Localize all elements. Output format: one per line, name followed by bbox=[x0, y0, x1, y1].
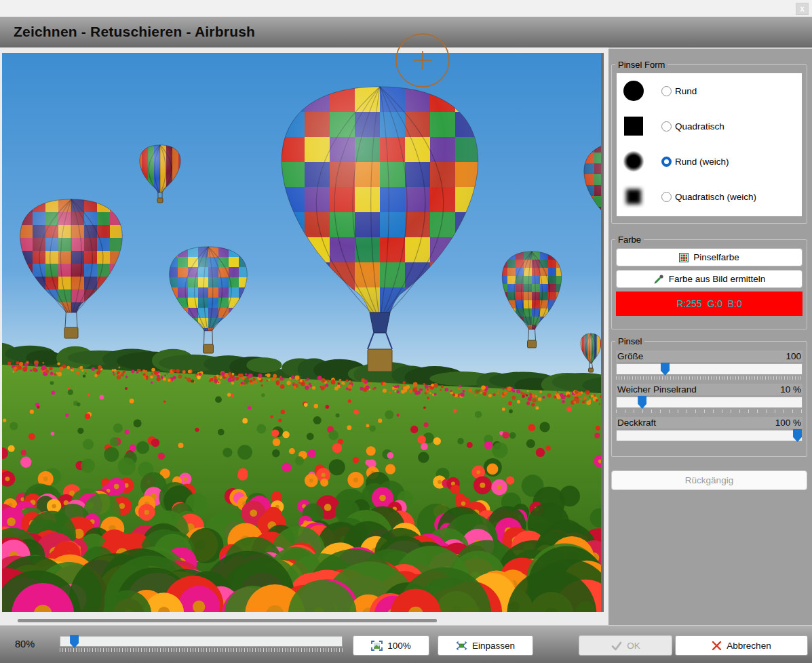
zoom-percentage: 80% bbox=[15, 635, 35, 654]
check-icon bbox=[611, 641, 622, 651]
airbrush-dialog: x Zeichnen - Retuschieren - Airbrush Pin… bbox=[0, 0, 812, 663]
softness-slider-ticks bbox=[616, 409, 803, 413]
zoom-100-button[interactable]: 100% bbox=[353, 635, 429, 656]
option-square[interactable]: Quadratisch bbox=[617, 108, 802, 144]
soft-square-icon bbox=[622, 185, 645, 208]
title-bar: Zeichnen - Retuschieren - Airbrush bbox=[0, 17, 812, 47]
option-label: Rund (weich) bbox=[675, 157, 729, 167]
size-slider-thumb[interactable] bbox=[661, 363, 670, 376]
hard-circle-icon bbox=[622, 79, 645, 102]
option-label: Rund bbox=[675, 86, 697, 96]
softness-slider-group: Weicher Pinselrand 10 % bbox=[616, 384, 803, 413]
radio-round-soft[interactable] bbox=[661, 157, 672, 167]
softness-slider-thumb[interactable] bbox=[638, 396, 646, 409]
zoom-100-icon bbox=[371, 641, 383, 651]
zoom-slider-ticks bbox=[60, 648, 343, 652]
settings-panel: Pinsel Form Rund Quadratisch Rund (weich… bbox=[608, 47, 812, 625]
cancel-x-icon bbox=[712, 641, 722, 651]
brush-shape-group: Pinsel Form Rund Quadratisch Rund (weich… bbox=[611, 60, 807, 224]
hard-square-icon bbox=[622, 115, 645, 138]
cancel-label: Abbrechen bbox=[727, 641, 771, 651]
radio-square[interactable] bbox=[661, 121, 672, 132]
horizontal-scrollbar[interactable] bbox=[18, 619, 437, 622]
softness-value: 10 % bbox=[780, 384, 801, 395]
cancel-button[interactable]: Abbrechen bbox=[675, 635, 808, 656]
color-swatch: R:255 G:0 B:0 bbox=[616, 292, 803, 316]
size-value: 100 bbox=[786, 351, 801, 361]
size-slider-group: Größe 100 bbox=[616, 350, 803, 380]
balloon-photo bbox=[2, 53, 601, 612]
fit-label: Einpassen bbox=[472, 641, 515, 651]
fit-button[interactable]: Einpassen bbox=[438, 635, 533, 656]
size-slider[interactable] bbox=[616, 363, 803, 375]
zoom-slider[interactable] bbox=[60, 636, 343, 647]
zoom-slider-group bbox=[60, 636, 343, 652]
option-label: Quadratisch (weich) bbox=[675, 192, 756, 202]
eyedropper-icon bbox=[653, 274, 664, 285]
palette-grid-icon bbox=[679, 253, 689, 262]
radio-round[interactable] bbox=[661, 86, 672, 96]
brush-color-button[interactable]: Pinselfarbe bbox=[616, 248, 803, 266]
option-square-soft[interactable]: Quadratisch (weich) bbox=[617, 179, 802, 214]
option-round[interactable]: Rund bbox=[617, 73, 802, 108]
brush-color-label: Pinselfarbe bbox=[693, 252, 739, 262]
opacity-value: 100 % bbox=[775, 418, 801, 428]
zoom-100-label: 100% bbox=[387, 641, 411, 651]
brush-legend: Pinsel bbox=[615, 336, 644, 346]
brush-shape-legend: Pinsel Form bbox=[615, 60, 668, 70]
ok-button[interactable]: OK bbox=[579, 635, 672, 656]
size-label: Größe bbox=[617, 351, 643, 361]
photo-canvas[interactable] bbox=[2, 53, 601, 612]
radio-square-soft[interactable] bbox=[661, 192, 672, 202]
soft-circle-icon bbox=[622, 150, 645, 173]
softness-label: Weicher Pinselrand bbox=[617, 384, 697, 395]
color-group: Farbe Pinselfarbe Farbe aus Bild ermitte… bbox=[611, 235, 807, 329]
ok-label: OK bbox=[627, 641, 640, 651]
fit-icon bbox=[456, 641, 467, 651]
bottom-bar: 80% 100% Einpassen bbox=[0, 625, 812, 663]
brush-group: Pinsel Größe 100 Weicher Pinselrand 10 % bbox=[611, 336, 807, 457]
canvas-frame bbox=[0, 47, 608, 625]
pick-color-button[interactable]: Farbe aus Bild ermitteln bbox=[616, 270, 803, 288]
opacity-slider-thumb[interactable] bbox=[793, 429, 802, 442]
size-slider-ticks bbox=[616, 376, 803, 380]
softness-slider[interactable] bbox=[616, 397, 803, 408]
undo-button[interactable]: Rückgängig bbox=[611, 470, 807, 490]
close-button[interactable]: x bbox=[796, 3, 809, 15]
opacity-label: Deckkraft bbox=[617, 418, 656, 428]
rgb-value: R:255 G:0 B:0 bbox=[676, 298, 742, 309]
opacity-slider-group: Deckkraft 100 % bbox=[616, 417, 803, 441]
pick-color-label: Farbe aus Bild ermitteln bbox=[669, 274, 766, 284]
opacity-slider[interactable] bbox=[616, 430, 803, 441]
option-round-soft[interactable]: Rund (weich) bbox=[617, 144, 802, 179]
window-top-strip: x bbox=[0, 0, 812, 17]
brush-shape-options: Rund Quadratisch Rund (weich) Quadratisc… bbox=[617, 73, 802, 216]
option-label: Quadratisch bbox=[675, 121, 724, 132]
dialog-title: Zeichnen - Retuschieren - Airbrush bbox=[14, 24, 255, 40]
zoom-slider-thumb[interactable] bbox=[70, 635, 79, 648]
color-legend: Farbe bbox=[615, 235, 644, 245]
